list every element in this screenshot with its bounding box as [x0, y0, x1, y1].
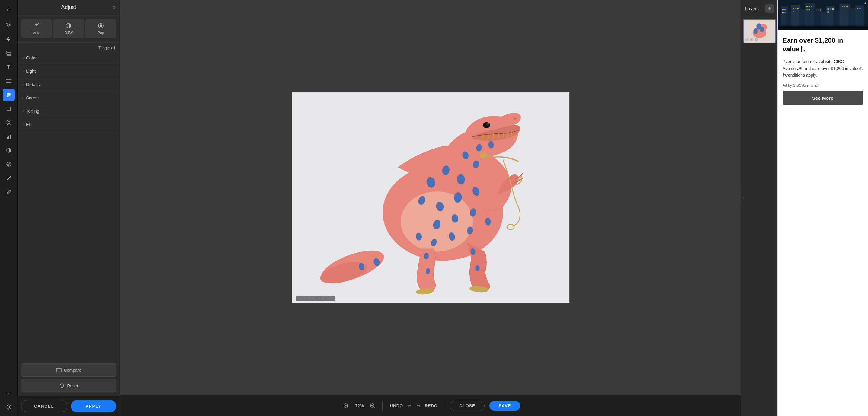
- save-button[interactable]: SAVE: [489, 401, 520, 411]
- layers-header: Layers +: [742, 0, 777, 17]
- toolbar-histogram[interactable]: [3, 130, 15, 142]
- ad-attribution: Ad by CIBC Aventura®: [782, 83, 863, 88]
- svg-point-42: [488, 124, 489, 125]
- filter-auto-btn[interactable]: Auto: [21, 19, 52, 38]
- ad-cta-button[interactable]: See More: [782, 91, 863, 105]
- svg-rect-116: [827, 11, 829, 13]
- section-light[interactable]: › Light: [18, 65, 120, 78]
- filter-bw-btn[interactable]: B&W: [53, 19, 84, 38]
- undo-icon: ↩: [407, 403, 411, 409]
- close-button[interactable]: CLOSE: [450, 401, 485, 411]
- toolbar-spiral[interactable]: [3, 158, 15, 170]
- svg-rect-84: [745, 39, 748, 41]
- svg-rect-112: [808, 9, 810, 10]
- svg-text:XXX: XXX: [817, 10, 820, 11]
- section-color[interactable]: › Color: [18, 51, 120, 65]
- toolbar-brush[interactable]: [3, 186, 15, 198]
- section-scene[interactable]: › Scene: [18, 91, 120, 104]
- zoom-in-button[interactable]: [368, 401, 377, 411]
- toolbar-text[interactable]: T: [3, 61, 15, 73]
- toggle-all-label[interactable]: Toggle all: [98, 45, 115, 50]
- adjust-divider: [18, 42, 120, 42]
- svg-point-13: [7, 121, 8, 122]
- svg-rect-120: [857, 8, 858, 9]
- svg-point-21: [7, 162, 11, 166]
- svg-rect-105: [795, 7, 797, 9]
- svg-line-72: [347, 407, 349, 408]
- layer-menu-button[interactable]: ···: [770, 21, 774, 26]
- svg-rect-115: [832, 8, 834, 10]
- section-fill[interactable]: › Fill: [18, 118, 120, 131]
- toolbar-crop[interactable]: [3, 103, 15, 115]
- adjust-bottom-actions: Compare Reset: [18, 360, 120, 396]
- svg-rect-107: [793, 10, 794, 12]
- toolbar-select[interactable]: [3, 19, 15, 31]
- svg-rect-113: [827, 8, 829, 10]
- layer-item-1[interactable]: ···: [743, 19, 776, 43]
- toolbar-lightning[interactable]: [3, 33, 15, 45]
- undo-button[interactable]: UNDO: [388, 402, 405, 410]
- svg-rect-18: [8, 135, 9, 138]
- svg-rect-124: [778, 26, 868, 30]
- svg-point-26: [38, 23, 39, 25]
- toolbar-circle-half[interactable]: [3, 144, 15, 156]
- svg-rect-103: [784, 12, 786, 13]
- toolbar-separator-2: [445, 401, 445, 410]
- svg-point-25: [8, 406, 10, 408]
- ad-content: Earn over $1,200 in value†. Plan your fu…: [778, 30, 868, 416]
- filter-auto-label: Auto: [33, 31, 40, 35]
- svg-line-75: [374, 407, 375, 408]
- svg-point-69: [480, 152, 487, 158]
- cancel-apply-bar: CANCEL APPLY: [18, 396, 120, 416]
- zoom-out-button[interactable]: [341, 401, 351, 411]
- svg-rect-0: [7, 51, 11, 52]
- svg-rect-108: [806, 6, 808, 7]
- toolbar-scissors[interactable]: [3, 117, 15, 129]
- svg-rect-102: [782, 12, 784, 13]
- section-toning[interactable]: › Toning: [18, 104, 120, 118]
- toolbar-hatch[interactable]: [3, 75, 15, 87]
- section-color-label: Color: [26, 55, 37, 60]
- toolbar-settings[interactable]: [3, 401, 15, 413]
- toolbar-pen[interactable]: [3, 172, 15, 184]
- adjust-close-button[interactable]: ×: [112, 4, 116, 10]
- ad-flag-icon: ▲: [864, 1, 867, 4]
- svg-rect-101: [784, 9, 786, 10]
- add-layer-button[interactable]: +: [765, 4, 774, 13]
- section-details[interactable]: › Details: [18, 78, 120, 91]
- filter-pop-btn[interactable]: Pop: [86, 19, 116, 38]
- collapse-layers-button[interactable]: ‹: [741, 191, 745, 203]
- redo-button[interactable]: REDO: [423, 402, 440, 410]
- apply-button[interactable]: APPLY: [71, 400, 117, 412]
- toolbar-layers-tool[interactable]: [3, 47, 15, 59]
- svg-rect-119: [846, 6, 848, 7]
- toolbar-separator-1: [382, 401, 382, 410]
- chevron-scene-icon: ›: [22, 96, 24, 100]
- left-toolbar: ⌂ T ···: [0, 0, 18, 416]
- chevron-fill-icon: ›: [22, 122, 24, 127]
- section-fill-label: Fill: [26, 122, 32, 127]
- toolbar-home[interactable]: ⌂: [3, 3, 15, 15]
- image-frame: 1123 x 842 px @ 72%: [292, 92, 570, 303]
- ad-body: Plan your future travel with CIBC Aventu…: [782, 58, 863, 78]
- svg-rect-104: [793, 7, 794, 9]
- zoom-group: 72%: [341, 401, 377, 411]
- chevron-light-icon: ›: [22, 69, 24, 73]
- redo-icon: ↪: [416, 403, 421, 409]
- filter-row: Auto B&W Pop: [18, 15, 120, 41]
- compare-button[interactable]: Compare: [21, 363, 116, 377]
- svg-point-22: [7, 163, 10, 165]
- chevron-color-icon: ›: [22, 56, 24, 60]
- svg-rect-110: [811, 6, 812, 7]
- canvas-container: ‹: [120, 0, 741, 395]
- reset-button[interactable]: Reset: [21, 379, 116, 392]
- svg-rect-17: [7, 137, 7, 138]
- toolbar-adjust[interactable]: [3, 89, 15, 101]
- toolbar-more[interactable]: ···: [3, 387, 15, 399]
- filter-pop-label: Pop: [97, 31, 104, 35]
- ad-image: XXX ▲: [778, 0, 868, 30]
- compare-label: Compare: [64, 368, 82, 373]
- layers-panel: Layers + ···: [741, 0, 777, 416]
- svg-rect-106: [797, 7, 799, 9]
- cancel-button[interactable]: CANCEL: [21, 400, 67, 412]
